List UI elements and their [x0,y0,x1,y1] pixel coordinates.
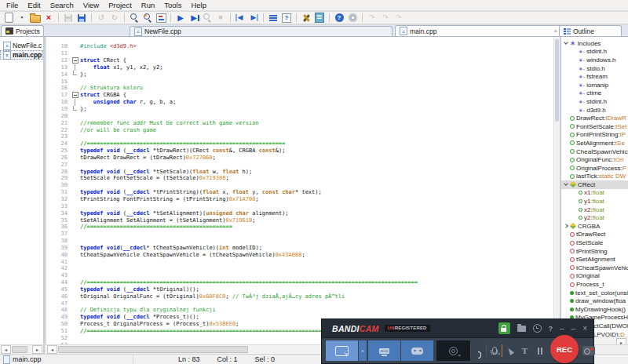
folder-icon[interactable] [517,326,526,332]
screen-recording-mode-button[interactable] [326,340,358,361]
lock-icon[interactable] [498,322,510,334]
replace-button[interactable] [141,13,154,24]
scroll-left-icon[interactable]: ◄ [1,345,11,354]
scrollbar-thumb[interactable] [12,346,27,353]
outline-item[interactable]: CRGBA [561,222,628,231]
outline-item[interactable]: tOriginal [561,272,628,281]
project-file-item[interactable]: main.cpp [0,50,43,60]
profile-button[interactable]: ↷ [366,13,378,24]
fold-marker[interactable] [70,57,80,64]
outline-item[interactable]: MyDrawingHook() [561,305,628,314]
outline-item[interactable]: Process_t [561,280,628,289]
collapse-icon[interactable]: – [571,324,576,333]
editor-vertical-scrollbar[interactable] [553,37,560,344]
menu-help[interactable]: Help [186,1,211,9]
chevron-down-icon[interactable] [563,181,570,187]
menu-edit[interactable]: Edit [23,1,45,9]
save-all-button[interactable] [75,13,88,24]
rec-button[interactable]: REC [550,335,579,363]
text-overlay-toggle[interactable]: T [518,340,531,361]
profile-options-button[interactable]: ↷ [379,13,392,24]
outline-item[interactable]: d3d9.h [561,106,628,115]
outline-item[interactable]: x2 : float [561,206,628,214]
close-icon[interactable]: × [582,324,587,333]
projects-horizontal-scrollbar[interactable]: ◄ ► [0,345,45,354]
fold-marker[interactable] [70,92,80,99]
outline-item[interactable]: y1 : float [561,197,628,206]
todo-list-button[interactable] [267,13,279,24]
menu-run[interactable]: Run [137,1,159,9]
menu-search[interactable]: Search [46,1,78,9]
outline-item[interactable]: OriginalFunc : tOri [561,155,628,164]
tools-button[interactable] [300,13,312,24]
menu-project[interactable]: Project [104,1,137,9]
scrollbar-thumb[interactable] [555,39,559,122]
find-button[interactable] [128,13,141,24]
tab-newfile.cpp[interactable]: NewFile.cpp [130,26,392,36]
outline-item[interactable]: tCheatSpawnVehic [561,264,628,272]
outline-item[interactable]: tPrintString [561,247,628,256]
step-button[interactable]: ▶ [188,13,200,24]
outline-item[interactable]: tSetAlignment [561,255,628,264]
outline-item[interactable]: FontPrintString : tP [561,131,628,140]
mouse-effect-toggle[interactable] [503,340,517,361]
close-tab-icon[interactable]: × [553,27,557,35]
outline-item[interactable]: lastTick : static DW [561,173,628,181]
outline-item[interactable]: y2 : float [561,213,628,222]
outline-item[interactable]: text_set_color(unsi [561,289,628,297]
outline-item[interactable]: tDrawRect [561,231,628,239]
package-button[interactable] [346,13,359,24]
clock-icon[interactable] [533,324,542,333]
outline-item[interactable]: stdint.h [561,97,628,106]
snippets-button[interactable] [313,13,326,24]
undo-button[interactable]: ↺ [95,13,108,24]
new-file-dropdown[interactable]: ▼ [16,13,28,24]
forward-button[interactable]: ▶ [247,13,260,24]
outline-item[interactable]: CRect [561,180,628,189]
new-file-button[interactable] [2,13,15,24]
outline-item[interactable]: stdint.h [561,48,628,56]
webcam-toggle[interactable] [436,340,470,361]
abort-button[interactable]: ↷ [392,13,405,24]
tab-main.cpp[interactable]: main.cpp× [395,25,562,36]
help-icon[interactable]: ? [549,325,553,333]
screenshot-button[interactable] [582,340,595,361]
outline-item[interactable]: x1 : float [561,189,628,198]
menu-view[interactable]: View [78,1,104,9]
outline-item[interactable]: Includes [561,39,628,48]
save-button[interactable] [62,13,75,24]
chevron-right-icon[interactable] [563,223,570,229]
chevron-down-icon[interactable] [563,40,570,46]
tab-outline[interactable]: Outline [559,25,622,36]
run-button[interactable]: ▶ [174,13,187,24]
outline-item[interactable]: draw_window(floa [561,297,628,305]
help-button[interactable]: ? [333,13,345,24]
outline-item[interactable]: windows.h [561,56,628,64]
game-recording-mode-button[interactable] [401,340,433,361]
mic-toggle[interactable] [487,340,501,361]
menu-file[interactable]: File [2,1,23,9]
help-panel-button[interactable]: ? [280,13,293,24]
scrollbar-thumb[interactable] [58,346,248,353]
outline-item[interactable]: ctime [561,89,628,98]
outline-item[interactable]: OriginalProcess : P [561,164,628,173]
close-file-button[interactable]: × [42,13,55,24]
scroll-left-icon[interactable]: ◄ [47,345,57,354]
project-file-item[interactable]: NewFile.c [0,41,43,50]
scroll-right-icon[interactable]: ► [32,345,42,354]
tab-projects[interactable]: Projects [1,25,44,36]
outline-item[interactable]: CheatSpawnVehicl [561,147,628,156]
menu-tools[interactable]: Tools [159,1,186,9]
device-recording-mode-button[interactable]: HDMI [368,340,400,361]
outline-item[interactable]: stdio.h [561,64,628,73]
outline-item[interactable]: FontSetScale : tSet [561,122,628,131]
outline-item[interactable]: iomanip [561,81,628,89]
stop-button[interactable]: ■ [214,13,227,24]
bandicam-titlebar[interactable]: BANDICAM UNREGISTERED ?––× [322,319,593,338]
back-button[interactable]: ◀ [234,13,246,24]
pause-button[interactable] [533,340,546,361]
speaker-toggle[interactable] [472,340,485,361]
redo-button[interactable]: ↻ [108,13,121,24]
minimize-icon[interactable]: – [560,324,564,333]
goto-line-button[interactable] [155,13,167,24]
